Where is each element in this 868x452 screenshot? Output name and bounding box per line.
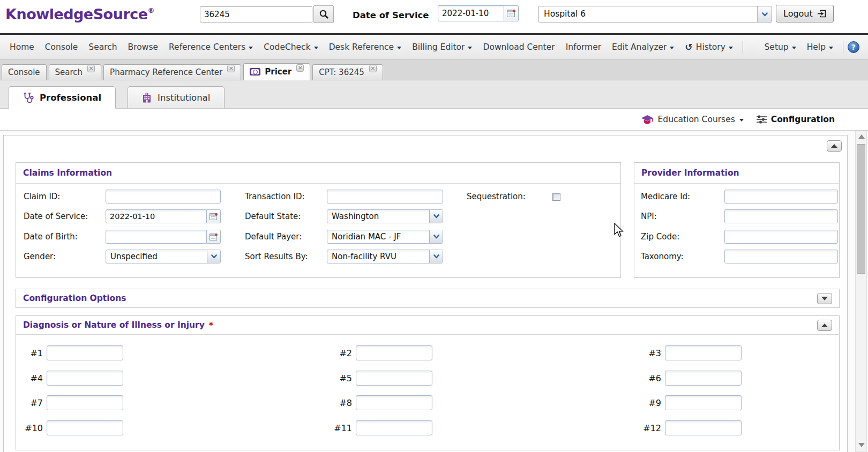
education-courses-label: Education Courses bbox=[658, 115, 735, 124]
nav-item-reference-centers[interactable]: Reference Centers bbox=[163, 42, 258, 52]
configuration-options-expand-button[interactable] bbox=[817, 293, 832, 304]
logo-text: KnowledgeSource bbox=[5, 6, 148, 22]
tab-pricer[interactable]: Pricer bbox=[243, 63, 310, 80]
date-of-service-label: Date of Service: bbox=[24, 212, 106, 221]
diagnosis-input-2[interactable] bbox=[356, 345, 432, 360]
search-input[interactable] bbox=[200, 6, 312, 22]
chevron-down-icon bbox=[314, 47, 318, 49]
tab-search[interactable]: Search bbox=[49, 64, 102, 80]
scrollbar-thumb[interactable] bbox=[857, 144, 865, 274]
default-payer-value: Noridian MAC - JF bbox=[327, 230, 429, 243]
close-icon[interactable] bbox=[227, 65, 235, 72]
diagnosis-input-7[interactable] bbox=[47, 395, 123, 410]
default-state-select[interactable]: Washington bbox=[327, 209, 443, 223]
diagnosis-input-11[interactable] bbox=[356, 420, 432, 435]
medicare-id-input[interactable] bbox=[724, 190, 838, 204]
claim-id-input[interactable] bbox=[106, 190, 221, 204]
diagnosis-input-9[interactable] bbox=[665, 395, 742, 410]
nav-label: Console bbox=[45, 42, 78, 52]
chevron-down-icon[interactable] bbox=[207, 250, 220, 263]
sort-results-select[interactable]: Non-facility RVU bbox=[327, 250, 443, 263]
tab-professional[interactable]: Professional bbox=[9, 86, 116, 109]
nav-item-browse[interactable]: Browse bbox=[123, 42, 163, 52]
chevron-down-icon[interactable] bbox=[429, 230, 443, 243]
date-of-birth-input[interactable] bbox=[106, 230, 207, 244]
tab-cpt-36245[interactable]: CPT: 36245 bbox=[312, 64, 383, 80]
graduation-cap-icon bbox=[641, 115, 654, 125]
calendar-icon bbox=[209, 213, 218, 221]
scrollbar-down-arrow[interactable] bbox=[858, 443, 865, 447]
scrollbar-up-arrow[interactable] bbox=[858, 134, 865, 139]
nav-item-help[interactable]: Help bbox=[802, 42, 839, 52]
tab-console[interactable]: Console bbox=[2, 64, 47, 80]
date-of-service-calendar-button[interactable] bbox=[207, 209, 221, 223]
default-payer-select[interactable]: Noridian MAC - JF bbox=[327, 230, 443, 244]
diagnosis-input-3[interactable] bbox=[665, 345, 742, 360]
npi-input[interactable] bbox=[724, 209, 838, 223]
sequestration-checkbox[interactable] bbox=[552, 193, 560, 201]
diagnosis-input-12[interactable] bbox=[665, 420, 742, 435]
facility-select[interactable]: Hospital 6 bbox=[538, 6, 772, 22]
logout-button[interactable]: Logout bbox=[776, 5, 834, 22]
nav-label: Setup bbox=[765, 42, 789, 52]
date-of-service-input[interactable] bbox=[106, 209, 207, 223]
diagnosis-input-6[interactable] bbox=[665, 371, 742, 386]
close-icon[interactable] bbox=[296, 64, 304, 72]
pricer-content: Claims Information Claim ID: Date of Ser… bbox=[0, 131, 868, 452]
education-courses-button[interactable]: Education Courses bbox=[641, 115, 744, 125]
configuration-button[interactable]: Configuration bbox=[757, 115, 835, 124]
sequestration-field: Sequestration: bbox=[467, 189, 560, 204]
chevron-down-icon[interactable] bbox=[429, 210, 443, 223]
diagnosis-field-5: #5 bbox=[330, 371, 432, 386]
diagnosis-input-8[interactable] bbox=[356, 395, 432, 410]
nav-label: Billing Editor bbox=[412, 42, 465, 52]
nav-item-home[interactable]: Home bbox=[4, 42, 40, 52]
gender-select[interactable]: Unspecified bbox=[106, 250, 221, 263]
close-icon[interactable] bbox=[87, 65, 95, 72]
nav-item-search[interactable]: Search bbox=[83, 42, 122, 52]
date-of-service-header-field bbox=[438, 5, 519, 21]
medicare-id-field: Medicare Id: bbox=[641, 189, 838, 204]
nav-item-console[interactable]: Console bbox=[40, 42, 84, 52]
search-button[interactable] bbox=[313, 5, 334, 23]
taxonomy-input[interactable] bbox=[724, 250, 838, 263]
close-icon[interactable] bbox=[369, 65, 377, 72]
date-of-birth-calendar-button[interactable] bbox=[207, 230, 221, 244]
form-collapse-button[interactable] bbox=[827, 140, 842, 152]
diagnosis-collapse-button[interactable] bbox=[817, 320, 832, 331]
zip-code-input[interactable] bbox=[724, 230, 838, 244]
facility-chevron-down-icon[interactable] bbox=[757, 6, 772, 22]
diagnosis-field-1: #1 bbox=[20, 345, 123, 360]
tab-institutional[interactable]: Institutional bbox=[128, 86, 225, 109]
nav-item-codecheck[interactable]: CodeCheck bbox=[258, 42, 323, 52]
gender-field: Gender: Unspecified bbox=[24, 249, 221, 264]
claim-id-field: Claim ID: bbox=[24, 189, 221, 204]
app-logo: KnowledgeSource® bbox=[5, 6, 154, 22]
nav-item-download-center[interactable]: Download Center bbox=[477, 42, 560, 52]
nav-item-history[interactable]: History bbox=[679, 42, 738, 52]
diagnosis-input-1[interactable] bbox=[47, 345, 123, 360]
nav-item-edit-analyzer[interactable]: Edit Analyzer bbox=[607, 42, 679, 52]
nav-item-setup[interactable]: Setup bbox=[759, 42, 802, 52]
nav-item-informer[interactable]: Informer bbox=[560, 42, 607, 52]
help-icon[interactable] bbox=[848, 41, 859, 53]
date-of-service-header-input[interactable] bbox=[438, 5, 504, 21]
nav-item-billing-editor[interactable]: Billing Editor bbox=[407, 42, 477, 52]
diagnosis-input-5[interactable] bbox=[356, 371, 432, 386]
tab-pharmacy-reference-center[interactable]: Pharmacy Reference Center bbox=[103, 64, 241, 80]
required-marker: * bbox=[209, 320, 213, 330]
zip-code-field: Zip Code: bbox=[641, 229, 838, 244]
transaction-id-input[interactable] bbox=[327, 190, 443, 204]
gender-value: Unspecified bbox=[106, 250, 207, 263]
nav-label: Browse bbox=[128, 42, 158, 52]
date-of-service-calendar-button[interactable] bbox=[504, 5, 519, 21]
chevron-down-icon[interactable] bbox=[429, 250, 443, 263]
diagnosis-input-4[interactable] bbox=[47, 371, 123, 386]
diagnosis-label-1: #1 bbox=[20, 348, 43, 358]
diagnosis-field-2: #2 bbox=[330, 345, 432, 360]
diagnosis-input-10[interactable] bbox=[47, 420, 123, 435]
diagnosis-field-9: #9 bbox=[639, 395, 742, 410]
vertical-scrollbar[interactable] bbox=[855, 131, 867, 452]
default-state-field: Default State: Washington bbox=[245, 209, 443, 224]
nav-item-desk-reference[interactable]: Desk Reference bbox=[324, 42, 407, 52]
